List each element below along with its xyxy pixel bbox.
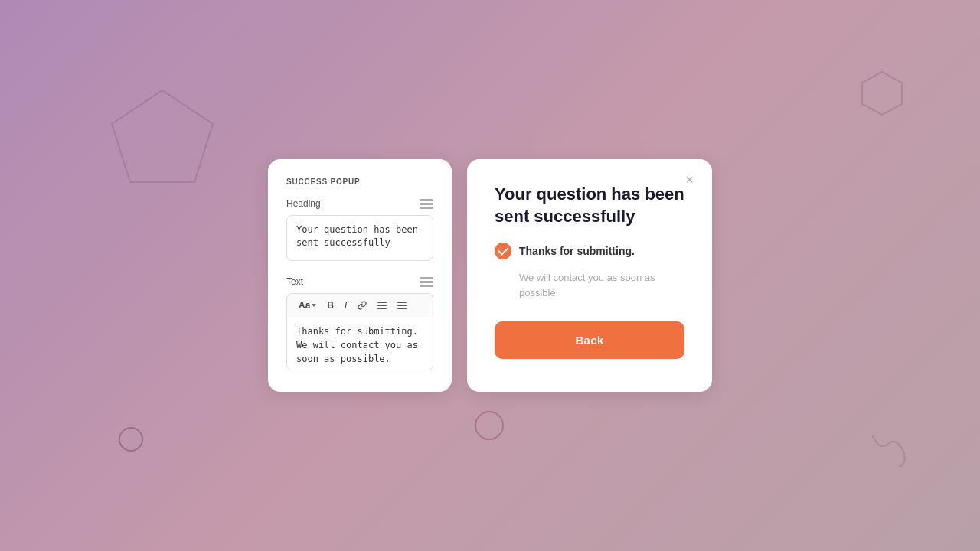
success-row: Thanks for submitting. — [495, 243, 684, 259]
circle-outline-shape — [119, 427, 143, 452]
link-button[interactable] — [354, 299, 371, 311]
close-button[interactable]: × — [681, 171, 698, 188]
panels-container: SUCCESS POPUP Heading Text Aa B — [268, 159, 712, 392]
heading-field-row: Heading — [286, 198, 433, 209]
editor-card: SUCCESS POPUP Heading Text Aa B — [268, 159, 452, 392]
svg-marker-0 — [112, 90, 213, 182]
font-button[interactable]: Aa — [295, 298, 320, 312]
hexagon-shape — [858, 69, 907, 119]
font-chevron-icon — [312, 304, 316, 307]
italic-button[interactable]: I — [341, 298, 351, 312]
unordered-list-icon — [377, 302, 387, 309]
subtext: We will contact you as soon as possible. — [495, 270, 684, 300]
check-icon — [495, 243, 511, 259]
text-field-row: Text — [286, 276, 433, 287]
pentagon-shape — [107, 84, 218, 191]
heading-stack-icon[interactable] — [420, 199, 433, 209]
back-button[interactable]: Back — [495, 321, 684, 359]
heading-field-label: Heading — [286, 198, 321, 209]
squiggle-shape — [865, 429, 911, 474]
unordered-list-button[interactable] — [374, 300, 390, 311]
bold-button[interactable]: B — [323, 298, 338, 312]
preview-heading: Your question has been sent successfully — [495, 184, 684, 227]
preview-card: × Your question has been sent successful… — [467, 159, 712, 392]
svg-marker-1 — [862, 72, 902, 115]
editor-card-label: SUCCESS POPUP — [286, 178, 433, 186]
success-text: Thanks for submitting. — [519, 245, 635, 257]
circle-center-shape — [475, 411, 504, 440]
text-toolbar: Aa B I — [286, 293, 433, 317]
text-field-label: Text — [286, 276, 303, 287]
ordered-list-icon — [397, 302, 407, 309]
ordered-list-button[interactable] — [394, 300, 410, 311]
link-icon — [358, 301, 367, 310]
text-input[interactable] — [286, 317, 433, 370]
text-stack-icon[interactable] — [420, 277, 433, 287]
heading-input[interactable] — [286, 215, 433, 261]
